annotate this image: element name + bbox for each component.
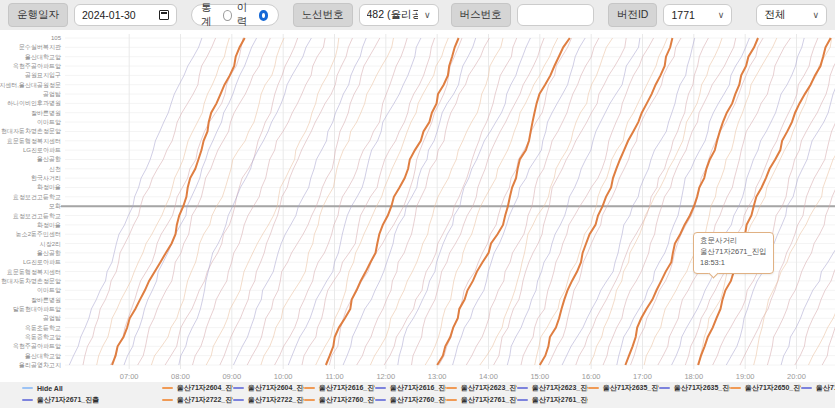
trip-line bbox=[521, 38, 654, 365]
calendar-icon[interactable] bbox=[159, 10, 169, 20]
station-label: 공원묘지입구 bbox=[25, 72, 61, 79]
radio-label-stats: 통계 bbox=[201, 1, 218, 29]
legend-item[interactable]: 울산71자2623_진입 bbox=[446, 383, 517, 393]
date-label: 운행일자 bbox=[8, 3, 68, 27]
legend-item[interactable]: 울산71자2722_진입 bbox=[162, 395, 233, 405]
tooltip-vehicle: 울산71자2671_진입 bbox=[700, 247, 767, 258]
legend-label: 울산71자2635_진입 bbox=[603, 383, 659, 393]
legend-item[interactable]: 울산71자2623_진출 bbox=[517, 383, 588, 393]
station-label: 공업탑 bbox=[43, 315, 61, 322]
version-value: 1771 bbox=[671, 9, 694, 21]
date-input[interactable]: 2024-01-30 bbox=[74, 4, 177, 26]
station-label: 이마트앞 bbox=[37, 119, 61, 125]
legend-item[interactable]: 울산71자2761_진입 bbox=[446, 395, 517, 405]
train-diagram-chart[interactable]: 07:0008:0009:0010:0011:0012:0013:0014:00… bbox=[0, 30, 835, 382]
trip-line bbox=[685, 38, 818, 365]
trip-line bbox=[316, 38, 449, 365]
trip-line bbox=[138, 38, 271, 365]
station-label: 옥동초등학교 bbox=[25, 325, 61, 331]
legend-item[interactable]: 울산71자2761_진출 bbox=[517, 395, 588, 405]
station-label: 현대자동차명촌정문앞 bbox=[1, 128, 61, 135]
trip-line bbox=[83, 38, 216, 365]
trip-line bbox=[535, 38, 668, 365]
legend-label: 울산71자2760_진입 bbox=[319, 395, 375, 405]
toolbar: 운행일자 2024-01-30 통계 이력 노선번호 482 (율리공영차고 ∨… bbox=[0, 0, 835, 30]
legend-item[interactable]: 울산71자2650_진입 bbox=[730, 383, 801, 393]
date-value: 2024-01-30 bbox=[82, 9, 136, 21]
legend-label: 울산71자2616_진입 bbox=[319, 383, 375, 393]
legend-item[interactable]: 울산71자2616_진출 bbox=[375, 383, 446, 393]
station-label: 효문동행정복지센터 bbox=[7, 269, 61, 276]
x-tick-label: 19:00 bbox=[736, 372, 755, 381]
trip-line bbox=[453, 38, 586, 365]
scope-select[interactable]: 전체 ∨ bbox=[756, 4, 827, 26]
legend-dash-icon bbox=[730, 387, 741, 389]
trip-line bbox=[247, 38, 380, 365]
trip-line bbox=[357, 38, 490, 365]
x-tick-label: 07:00 bbox=[120, 372, 139, 381]
legend-item[interactable]: 울산71자2760_진입 bbox=[304, 395, 375, 405]
radio-stats[interactable] bbox=[223, 10, 232, 21]
station-label: 옥동행정복지센터,울산대공원정문 bbox=[0, 82, 61, 89]
radio-history[interactable] bbox=[259, 10, 269, 21]
legend-label: Hide All bbox=[37, 385, 63, 392]
trip-line bbox=[275, 38, 408, 365]
trip-line bbox=[69, 38, 202, 365]
legend-item[interactable]: 울산71자2604_진입 bbox=[162, 383, 233, 393]
legend-item[interactable]: 울산71자2604_진출 bbox=[233, 383, 304, 393]
legend-dash-icon bbox=[446, 399, 457, 401]
legend-label: 울산71자2604_진입 bbox=[177, 383, 233, 393]
route-label: 노선번호 bbox=[293, 3, 353, 27]
chevron-down-icon: ∨ bbox=[812, 10, 819, 20]
legend-item[interactable]: 울산71자2760_진출 bbox=[375, 395, 446, 405]
version-select[interactable]: 1771 ∨ bbox=[663, 4, 732, 26]
legend-dash-icon bbox=[375, 387, 386, 389]
legend-dash-icon bbox=[659, 387, 670, 389]
legend-item[interactable]: 울산71자2671_진출 bbox=[22, 395, 162, 405]
station-label: 잘바른병원 bbox=[31, 110, 61, 117]
legend-dash-icon bbox=[162, 387, 173, 389]
station-label: 모화 bbox=[49, 203, 61, 209]
trip-line bbox=[124, 38, 257, 365]
legend-item-hide-all[interactable]: Hide All bbox=[22, 385, 162, 392]
bus-number-input[interactable] bbox=[517, 4, 594, 26]
station-label: 공업탑 bbox=[43, 91, 61, 98]
station-label: 문수실버복지관 bbox=[19, 44, 61, 50]
station-label: 옥현주공아파트앞 bbox=[13, 343, 61, 350]
legend-label: 울산71자2623_진입 bbox=[461, 383, 517, 393]
legend-dash-icon bbox=[517, 399, 528, 401]
legend-item[interactable]: 울산71자2650_진출 bbox=[801, 383, 835, 393]
trip-line bbox=[179, 38, 312, 365]
legend-item[interactable]: 울산71자2635_진출 bbox=[659, 383, 730, 393]
bus-number-label: 버스번호 bbox=[451, 3, 511, 27]
legend-label: 울산71자2616_진출 bbox=[390, 383, 446, 393]
legend-item[interactable]: 울산71자2635_진입 bbox=[588, 383, 659, 393]
legend-label: 울산71자2722_진출 bbox=[248, 395, 304, 405]
legend-dash-icon bbox=[801, 387, 812, 389]
x-tick-label: 10:00 bbox=[274, 372, 293, 381]
station-label: 시장2리 bbox=[40, 241, 61, 247]
legend-item[interactable]: 울산71자2722_진출 bbox=[233, 395, 304, 405]
x-tick-label: 11:00 bbox=[325, 372, 343, 381]
hover-tooltip: 효문사거리 울산71자2671_진입 18:53:1 bbox=[693, 232, 774, 274]
trip-line bbox=[699, 38, 832, 365]
legend-dash-icon bbox=[22, 399, 33, 401]
legend-dash-icon bbox=[162, 399, 173, 401]
station-label: 옥현주공아파트앞 bbox=[13, 63, 61, 70]
legend-item[interactable]: 울산71자2616_진입 bbox=[304, 383, 375, 393]
legend-label: 울산71자2635_진출 bbox=[674, 383, 730, 393]
route-select[interactable]: 482 (율리공영차고 ∨ bbox=[359, 4, 439, 26]
station-label: 율리공영차고지 bbox=[19, 362, 61, 369]
legend-dash-icon bbox=[233, 387, 244, 389]
tooltip-time: 18:53:1 bbox=[700, 258, 767, 269]
station-label: 화정마을 bbox=[37, 184, 61, 191]
x-tick-label: 16:00 bbox=[582, 372, 601, 381]
scope-value: 전체 bbox=[764, 8, 785, 22]
legend-dash-icon bbox=[304, 399, 315, 401]
legend-dash-icon bbox=[375, 399, 386, 401]
trip-line bbox=[151, 38, 284, 365]
legend-label: 울산71자2760_진출 bbox=[390, 395, 446, 405]
radio-label-history: 이력 bbox=[237, 1, 254, 29]
x-tick-label: 17:00 bbox=[633, 372, 652, 381]
legend-label: 울산71자2623_진출 bbox=[532, 383, 588, 393]
